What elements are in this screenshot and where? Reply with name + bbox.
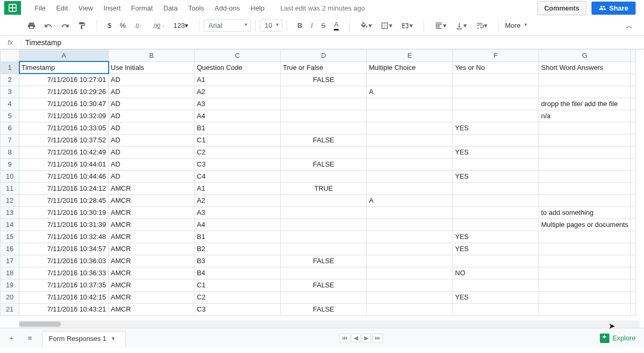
horizontal-scroll-thumb[interactable]	[19, 321, 61, 327]
row-header[interactable]: 6	[1, 122, 19, 134]
sheet-tab[interactable]: Form Responses 1 ▼	[42, 331, 126, 346]
cell[interactable]	[631, 255, 636, 267]
cell[interactable]	[539, 74, 631, 86]
all-sheets-button[interactable]: ≡	[23, 331, 37, 345]
select-all-corner[interactable]	[1, 49, 19, 61]
cell[interactable]: FALSE	[281, 255, 367, 267]
horizontal-scrollbar[interactable]	[19, 320, 640, 328]
menu-add-ons[interactable]: Add-ons	[209, 2, 245, 14]
cell[interactable]: 7/11/2016 10:42:49	[19, 146, 109, 158]
cell[interactable]	[281, 98, 367, 110]
cell[interactable]: AMCR	[109, 206, 195, 219]
cell[interactable]: AD	[109, 98, 195, 110]
cell[interactable]: 7/11/2016 10:32:48	[19, 231, 109, 243]
cell[interactable]	[539, 182, 631, 194]
cell[interactable]: A	[367, 194, 453, 206]
cell[interactable]	[539, 267, 631, 279]
cell[interactable]	[539, 231, 631, 243]
cell[interactable]	[539, 303, 631, 315]
text-color-button[interactable]: A	[332, 18, 341, 33]
cell[interactable]: FALSE	[281, 303, 367, 315]
cell[interactable]: A4	[195, 219, 281, 231]
cell[interactable]: AD	[109, 110, 195, 122]
cell[interactable]	[539, 243, 631, 255]
cell[interactable]	[453, 98, 539, 110]
cell[interactable]	[367, 98, 453, 110]
menu-tools[interactable]: Tools	[183, 2, 209, 14]
cell[interactable]: 7/11/2016 10:42:15	[19, 291, 109, 303]
sheet-nav-next[interactable]: ▶	[362, 334, 371, 342]
cell[interactable]	[631, 61, 636, 74]
cell[interactable]	[367, 303, 453, 315]
cell[interactable]: 7/11/2016 10:32:09	[19, 110, 109, 122]
sheet-nav-last[interactable]: ⏭	[372, 334, 383, 342]
cell[interactable]	[539, 255, 631, 267]
cell[interactable]	[631, 158, 636, 170]
cell[interactable]	[281, 146, 367, 158]
cell[interactable]: 7/11/2016 10:31:39	[19, 219, 109, 231]
row-header[interactable]: 5	[1, 110, 19, 122]
redo-icon[interactable]	[59, 19, 71, 32]
cell[interactable]: 7/11/2016 10:44:01	[19, 158, 109, 170]
cell[interactable]	[453, 219, 539, 231]
cell[interactable]	[631, 291, 636, 303]
cell[interactable]	[631, 98, 636, 110]
cell[interactable]: YES	[453, 146, 539, 158]
undo-icon[interactable]	[42, 19, 55, 32]
explore-button[interactable]: Explore	[600, 334, 640, 343]
increase-decimal-button[interactable]: .00→	[150, 20, 167, 31]
cell[interactable]	[539, 146, 631, 158]
cell[interactable]	[453, 86, 539, 98]
cell[interactable]: 7/11/2016 10:28:45	[19, 194, 109, 206]
cell[interactable]	[367, 243, 453, 255]
menu-help[interactable]: Help	[245, 2, 270, 14]
cell[interactable]	[453, 182, 539, 194]
cell[interactable]: AMCR	[109, 291, 195, 303]
row-header[interactable]: 8	[1, 146, 19, 158]
cell[interactable]: 7/11/2016 10:37:35	[19, 279, 109, 291]
cell[interactable]: C1	[195, 134, 281, 146]
cell[interactable]: AD	[109, 170, 195, 182]
cell[interactable]	[281, 291, 367, 303]
row-header[interactable]: 12	[1, 194, 19, 206]
cell[interactable]	[453, 206, 539, 219]
row-header[interactable]: 18	[1, 267, 19, 279]
cell[interactable]: AD	[109, 122, 195, 134]
print-icon[interactable]	[25, 19, 38, 32]
cell[interactable]	[631, 134, 636, 146]
cell[interactable]	[367, 182, 453, 194]
cell[interactable]	[631, 219, 636, 231]
cell[interactable]: AD	[109, 86, 195, 98]
cell[interactable]: Multiple pages or documents	[539, 219, 631, 231]
cell[interactable]	[631, 243, 636, 255]
cell[interactable]: YES	[453, 291, 539, 303]
cell[interactable]: A1	[195, 182, 281, 194]
cell[interactable]: 7/11/2016 10:36:33	[19, 267, 109, 279]
sheet-nav-first[interactable]: ⏮	[339, 334, 350, 342]
cell[interactable]	[281, 267, 367, 279]
decrease-decimal-button[interactable]: .0←	[132, 20, 146, 31]
italic-button[interactable]: I	[309, 19, 315, 32]
cell[interactable]	[631, 231, 636, 243]
cell[interactable]: A1	[195, 74, 281, 86]
cell[interactable]	[631, 206, 636, 219]
cell[interactable]: 7/11/2016 10:34:57	[19, 243, 109, 255]
row-header[interactable]: 7	[1, 134, 19, 146]
cell[interactable]	[453, 279, 539, 291]
cell[interactable]	[281, 122, 367, 134]
row-header[interactable]: 9	[1, 158, 19, 170]
row-header[interactable]: 1	[1, 61, 19, 74]
cell[interactable]	[539, 170, 631, 182]
row-header[interactable]: 13	[1, 206, 19, 219]
cell[interactable]	[539, 122, 631, 134]
cell[interactable]: Use Initials	[109, 61, 195, 74]
col-header-B[interactable]: B	[109, 49, 195, 61]
cell[interactable]: to add something	[539, 206, 631, 219]
cell[interactable]	[367, 158, 453, 170]
collapse-toolbar-icon[interactable]: ︽	[626, 21, 632, 30]
cell[interactable]: C2	[195, 291, 281, 303]
cell[interactable]: C4	[195, 170, 281, 182]
cell[interactable]: A	[367, 86, 453, 98]
cell[interactable]: AMCR	[109, 194, 195, 206]
col-header-E[interactable]: E	[367, 49, 453, 61]
